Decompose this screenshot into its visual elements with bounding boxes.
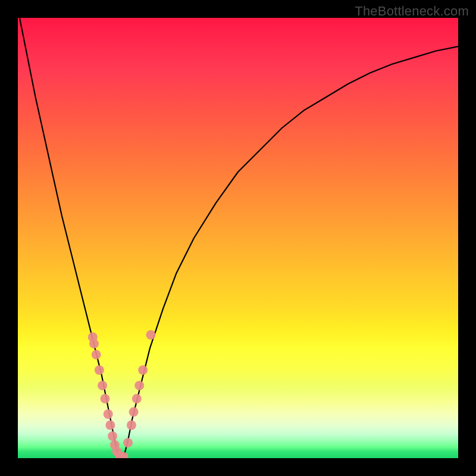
data-marker — [129, 407, 139, 416]
data-marker — [92, 350, 101, 359]
data-marker — [95, 365, 104, 375]
data-marker — [127, 421, 136, 430]
watermark-text: TheBottleneck.com — [355, 4, 469, 19]
data-marker — [123, 438, 133, 447]
data-marker — [98, 381, 107, 390]
data-marker — [146, 330, 155, 340]
bottleneck-curve — [18, 18, 458, 458]
data-marker — [101, 394, 110, 403]
data-marker — [132, 394, 142, 403]
chart-frame: TheBottleneck.com — [0, 0, 476, 476]
chart-svg — [18, 18, 458, 458]
data-marker — [134, 381, 144, 390]
data-marker — [108, 431, 117, 441]
plot-area — [18, 18, 458, 458]
data-marker — [105, 421, 115, 430]
data-marker — [138, 365, 148, 375]
data-marker — [89, 339, 99, 349]
data-marker — [104, 409, 113, 419]
